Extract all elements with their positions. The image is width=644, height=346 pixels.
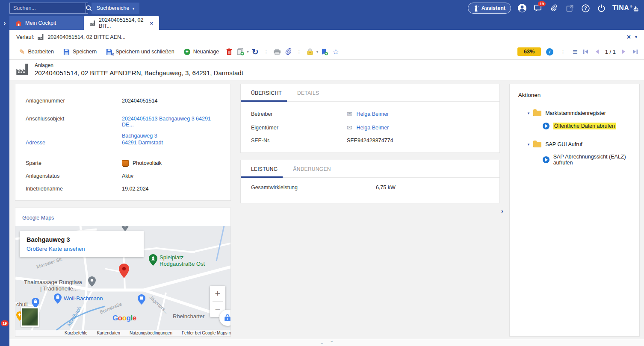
betreiber-link[interactable]: Helga Beimer: [357, 111, 389, 117]
delete-button[interactable]: [225, 47, 234, 56]
tab-uebersicht[interactable]: ÜBERSICHT: [251, 84, 282, 101]
envelope-icon[interactable]: ✉: [347, 124, 352, 132]
tab-mein-cockpit[interactable]: Mein Cockpit: [9, 16, 84, 30]
tab-leistung[interactable]: LEISTUNG: [251, 160, 278, 177]
envelope-icon[interactable]: ✉: [347, 110, 352, 118]
top-bar: Suchbereiche ▾ Assistent 19 TINA®: [0, 0, 644, 16]
first-page-icon[interactable]: [583, 49, 589, 54]
larger-map-link[interactable]: Größere Karte ansehen: [27, 246, 137, 252]
factory-icon: [16, 64, 29, 75]
expand-up-icon[interactable]: ⌃: [330, 340, 334, 345]
action-oeffentliche-daten[interactable]: Öffentliche Daten abrufen: [543, 123, 631, 129]
field-label: Sparte: [26, 160, 122, 166]
verlauf-entry[interactable]: 202404051514, 02 BITTE AEN...: [47, 34, 125, 40]
chevron-down-icon[interactable]: ▾: [635, 35, 637, 39]
action-label[interactable]: SAP Abrechnungssicht (EALZ) aufrufen: [553, 154, 631, 166]
collapse-down-icon[interactable]: ⌄: [320, 340, 324, 345]
star-icon: ☆: [333, 47, 339, 56]
spielplatz-pin-icon[interactable]: [149, 254, 157, 266]
info-icon[interactable]: i: [546, 48, 553, 56]
search-input[interactable]: [10, 5, 86, 11]
poi-label[interactable]: Woll-Bachmann: [64, 295, 103, 302]
suchbereiche-dropdown[interactable]: Suchbereiche ▾: [92, 3, 139, 14]
search-icon[interactable]: [86, 3, 92, 13]
folder-marktstammdatenregister[interactable]: ▾ Marktstammdatenregister: [528, 110, 631, 116]
poi-label[interactable]: Rodgaustraße Ost: [160, 261, 205, 267]
help-icon[interactable]: [581, 3, 590, 13]
play-icon: [543, 123, 549, 129]
field-value: 19.02.2024: [122, 186, 149, 192]
eigentuemer-link[interactable]: Helga Beimer: [357, 125, 389, 131]
attachments-link-icon[interactable]: [549, 3, 558, 13]
notification-badge: 19: [538, 1, 546, 6]
assistent-button[interactable]: Assistent: [468, 3, 511, 14]
adresse-label[interactable]: Adresse: [26, 140, 122, 146]
completeness-badge[interactable]: 63%: [517, 47, 541, 56]
bearbeiten-button[interactable]: ✎ Bearbeiten: [15, 46, 58, 58]
map-pin-gray-icon[interactable]: [121, 226, 129, 231]
action-label[interactable]: Öffentliche Daten abrufen: [553, 123, 616, 129]
copy-dropdown-caret[interactable]: ▾: [247, 50, 249, 54]
shop-pin-icon[interactable]: [138, 294, 145, 305]
cart-pin-icon[interactable]: [32, 298, 39, 308]
thaimassage-pin-icon[interactable]: [88, 276, 96, 287]
poi-label[interactable]: | Traditionelle...: [40, 285, 78, 292]
collapse-caret-icon[interactable]: ▾: [528, 142, 530, 147]
refresh-icon: ↻: [252, 47, 259, 57]
speichern-und-schliessen-button[interactable]: × Speichern und schließen: [102, 47, 178, 57]
folder-sap-gui-aufruf[interactable]: ▾ SAP GUI Aufruf: [528, 141, 631, 147]
factory-icon: [90, 20, 95, 26]
action-sap-abrechnungssicht[interactable]: SAP Abrechnungssicht (EALZ) aufrufen: [543, 154, 631, 166]
map-shortcuts-link[interactable]: Kurzbefehle: [65, 331, 87, 335]
bookmark-add-button[interactable]: [320, 47, 329, 57]
map-info-title: Bachgauweg 3: [27, 236, 137, 243]
copy-button[interactable]: [236, 47, 245, 57]
adresse-line1-link[interactable]: Bachgauweg 3: [122, 133, 163, 139]
poi-label[interactable]: Rheincharter: [173, 313, 204, 320]
favorite-button[interactable]: ☆: [331, 46, 340, 58]
map-data-link[interactable]: Kartendaten: [97, 331, 120, 335]
map-terms-link[interactable]: Nutzungsbedingungen: [130, 331, 172, 335]
global-search[interactable]: [9, 3, 88, 14]
map-canvas[interactable]: Bachgauweg 3 Größere Karte ansehen Spiel…: [15, 226, 230, 336]
zoom-in-button[interactable]: +: [210, 286, 225, 301]
last-page-icon[interactable]: [632, 49, 638, 54]
map-report-link[interactable]: Fehler bei Google Maps melden: [182, 331, 230, 335]
user-avatar-icon[interactable]: [517, 3, 527, 13]
next-page-icon[interactable]: [622, 49, 626, 54]
poi-label[interactable]: Thaimassage Rungtiwa: [24, 279, 82, 285]
close-view-icon[interactable]: ×: [627, 33, 631, 41]
lock-button[interactable]: [305, 47, 315, 56]
attachments-button[interactable]: [284, 47, 293, 57]
poi-label[interactable]: Spielplatz: [160, 254, 183, 261]
tab-close-icon[interactable]: ×: [150, 20, 153, 26]
previous-page-icon[interactable]: [595, 49, 599, 54]
tab-details[interactable]: DETAILS: [297, 84, 319, 101]
google-logo[interactable]: Google: [112, 314, 136, 323]
woll-bachmann-pin-icon[interactable]: [54, 293, 62, 304]
speichern-button[interactable]: Speichern: [59, 47, 100, 57]
satellite-layer-thumbnail[interactable]: [21, 307, 39, 327]
anschlussobjekt-link[interactable]: 202404051513 Bachgauweg 3 64291 DE...: [122, 116, 220, 128]
field-value: Aktiv: [122, 173, 133, 179]
expand-panel-chevron[interactable]: ›: [501, 208, 503, 214]
menu-icon[interactable]: ≡: [573, 49, 578, 55]
tab-record[interactable]: 202404051514, 02 BIT... ×: [84, 16, 159, 30]
notifications-icon[interactable]: 19: [533, 3, 543, 13]
suchbereiche-label: Suchbereiche: [97, 5, 129, 11]
poi-label[interactable]: chull: [16, 301, 28, 308]
logout-power-icon[interactable]: [597, 3, 606, 13]
verlauf-bar: Verlauf: 202404051514, 02 BITTE AEN... ×…: [9, 30, 644, 44]
save-icon: [63, 49, 70, 55]
brand-text: TINA: [612, 4, 629, 12]
collapse-caret-icon[interactable]: ▾: [528, 111, 530, 115]
neuanlage-button[interactable]: + Neuanlage: [180, 47, 223, 57]
side-notification-badge[interactable]: 19: [1, 320, 9, 326]
tab-aenderungen[interactable]: ÄNDERUNGEN: [293, 160, 331, 177]
lock-dropdown-caret[interactable]: ▾: [316, 50, 319, 54]
refresh-button[interactable]: ↻: [251, 46, 260, 58]
record-header: Anlagen 202404051514, 02 BITTE AENDERN, …: [9, 60, 644, 80]
adresse-line2-link[interactable]: 64291 Darmstadt: [122, 140, 163, 146]
sidebar-expand-chevron[interactable]: ›: [0, 16, 9, 30]
map-marker-icon[interactable]: [118, 264, 130, 278]
